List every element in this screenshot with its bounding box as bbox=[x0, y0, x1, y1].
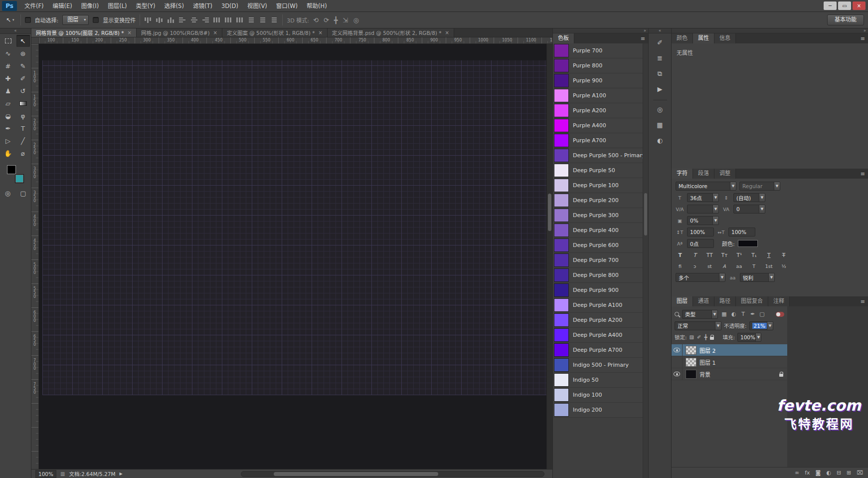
subscript-button[interactable]: T₁ bbox=[751, 251, 758, 259]
tab-swatches[interactable]: 色板 bbox=[553, 33, 574, 43]
language-dropdown[interactable]: 多个▼ bbox=[676, 273, 725, 282]
lasso-tool[interactable]: ∿ bbox=[1, 47, 15, 59]
panel-menu-icon[interactable]: ≡ bbox=[861, 171, 865, 177]
maximize-button[interactable]: ▭ bbox=[838, 1, 851, 10]
3d-drag-icon[interactable]: ╋ bbox=[334, 16, 338, 24]
swatch-color-chip[interactable] bbox=[554, 298, 569, 312]
tab-close-icon[interactable]: × bbox=[213, 30, 217, 35]
visibility-well[interactable] bbox=[672, 344, 683, 356]
visibility-well[interactable] bbox=[672, 368, 683, 380]
delete-layer-button[interactable]: ⌧ bbox=[857, 470, 863, 476]
tab-信息[interactable]: 信息 bbox=[714, 33, 736, 43]
tab-通道[interactable]: 通道 bbox=[693, 296, 714, 306]
quick-selection-tool[interactable]: ⊛ bbox=[16, 47, 30, 59]
zoom-level-field[interactable]: 100% bbox=[35, 470, 56, 478]
swatch-row[interactable]: Purple A100 bbox=[553, 88, 648, 103]
tab-调整[interactable]: 调整 bbox=[714, 169, 736, 179]
adjustments-panel-icon[interactable]: ◐ bbox=[652, 134, 669, 147]
align-left-edges-icon[interactable] bbox=[178, 17, 186, 23]
swatch-row[interactable]: Deep Purple 700 bbox=[553, 253, 648, 268]
new-layer-button[interactable]: ⊞ bbox=[847, 470, 851, 476]
distribute-bottom-edges-icon[interactable] bbox=[236, 17, 244, 23]
workspace-switcher-button[interactable]: 基本功能 bbox=[827, 14, 864, 25]
font-style-dropdown[interactable]: Regular▼ bbox=[739, 182, 780, 191]
menu-item-4[interactable]: 图层(L) bbox=[103, 0, 131, 12]
document-tab-1[interactable]: 网格背景 @ 100%(图层 2, RGB/8) *× bbox=[31, 28, 137, 37]
swatch-row[interactable]: Deep Purple 500 - Primary bbox=[553, 148, 648, 163]
stylistic-alternates-button[interactable]: aa bbox=[735, 262, 742, 270]
swatch-color-chip[interactable] bbox=[554, 194, 569, 207]
swatch-color-chip[interactable] bbox=[554, 358, 569, 372]
tab-close-icon[interactable]: × bbox=[445, 30, 449, 35]
swatch-row[interactable]: Deep Purple 600 bbox=[553, 238, 648, 253]
eraser-tool[interactable]: ▱ bbox=[1, 97, 15, 109]
swatch-row[interactable]: Purple A700 bbox=[553, 133, 648, 148]
tab-颜色[interactable]: 颜色 bbox=[672, 33, 693, 43]
vertical-scale-field[interactable]: 100% bbox=[687, 228, 714, 237]
lock-transparent-pixels-icon[interactable]: ▨ bbox=[690, 334, 694, 340]
swatch-color-chip[interactable] bbox=[554, 253, 569, 267]
add-layer-mask-button[interactable]: ◙ bbox=[816, 470, 821, 476]
tracking-dropdown[interactable]: 0▼ bbox=[733, 205, 765, 214]
horizontal-scale-field[interactable]: 100% bbox=[728, 228, 755, 237]
swatch-row[interactable]: Deep Purple 800 bbox=[553, 268, 648, 283]
faux-italic-button[interactable]: T bbox=[692, 251, 698, 259]
auto-select-dropdown[interactable]: 图层 bbox=[62, 15, 89, 25]
contextual-alternates-button[interactable]: ɔ bbox=[692, 262, 698, 270]
zoom-tool[interactable]: ⌀ bbox=[16, 147, 30, 159]
tab-close-icon[interactable]: × bbox=[128, 30, 132, 35]
text-color-swatch[interactable] bbox=[738, 240, 758, 247]
lock-position-icon[interactable]: ╋ bbox=[704, 334, 707, 340]
screen-mode-button[interactable]: ▢ bbox=[16, 187, 30, 199]
tab-段落[interactable]: 段落 bbox=[693, 169, 714, 179]
new-adjustment-layer-button[interactable]: ◐ bbox=[826, 470, 831, 476]
ligatures-button[interactable]: fi bbox=[677, 262, 684, 270]
swatch-color-chip[interactable] bbox=[554, 313, 569, 327]
swash-button[interactable]: A bbox=[721, 262, 728, 270]
blend-mode-dropdown[interactable]: 正常▼ bbox=[675, 321, 721, 330]
3d-rotate-icon[interactable]: ⟲ bbox=[313, 16, 319, 24]
document-tab-3[interactable]: 定义图案 @ 500%(形状 1, RGB/8) *× bbox=[222, 28, 328, 37]
tab-字符[interactable]: 字符 bbox=[672, 169, 693, 179]
tab-close-icon[interactable]: × bbox=[318, 30, 322, 35]
swatch-color-chip[interactable] bbox=[554, 44, 569, 57]
menu-item-7[interactable]: 滤镜(T) bbox=[188, 0, 217, 12]
document-tab-4[interactable]: 定义网格背景.psd @ 500%(形状 2, RGB/8) *× bbox=[328, 28, 454, 37]
menu-item-5[interactable]: 类型(Y) bbox=[132, 0, 160, 12]
foreground-color-swatch[interactable] bbox=[7, 165, 16, 174]
strikethrough-button[interactable]: T bbox=[780, 251, 787, 259]
vertical-scrollbar[interactable] bbox=[546, 44, 552, 469]
swatch-row[interactable]: Purple 900 bbox=[553, 73, 648, 88]
strip-expand-handle[interactable]: « bbox=[649, 28, 671, 33]
swatch-color-chip[interactable] bbox=[554, 119, 569, 132]
swatch-color-chip[interactable] bbox=[554, 134, 569, 147]
filter-shape-layers-icon[interactable]: ✒ bbox=[749, 311, 756, 317]
layer-row[interactable]: 背景 bbox=[672, 368, 787, 380]
swatch-color-chip[interactable] bbox=[554, 74, 569, 87]
horizontal-scrollbar[interactable] bbox=[241, 471, 544, 477]
leading-dropdown[interactable]: (自动)▼ bbox=[733, 193, 765, 202]
horizontal-ruler[interactable]: 1001502002503003504004505005506006507007… bbox=[39, 37, 552, 44]
close-button[interactable]: × bbox=[853, 1, 866, 10]
lock-image-pixels-icon[interactable]: ✐ bbox=[697, 334, 701, 340]
eyedropper-tool[interactable]: ✎ bbox=[16, 60, 30, 72]
brush-tool[interactable]: ✐ bbox=[16, 72, 30, 84]
swatch-row[interactable]: Deep Purple 300 bbox=[553, 208, 648, 223]
new-group-button[interactable]: ⊟ bbox=[837, 470, 841, 476]
panel-menu-icon[interactable]: ≡ bbox=[861, 35, 865, 42]
show-transform-checkbox[interactable] bbox=[93, 17, 99, 23]
vertical-ruler[interactable]: 1001502002503003504004505005506006507007… bbox=[31, 44, 39, 469]
swatch-color-chip[interactable] bbox=[554, 268, 569, 282]
swatch-color-chip[interactable] bbox=[554, 388, 569, 402]
path-selection-tool[interactable]: ▷ bbox=[1, 135, 15, 147]
layer-thumbnail[interactable] bbox=[686, 346, 696, 355]
tab-注释[interactable]: 注释 bbox=[768, 296, 790, 306]
swatch-color-chip[interactable] bbox=[554, 239, 569, 252]
faux-bold-button[interactable]: T bbox=[677, 251, 684, 259]
rectangular-marquee-tool[interactable] bbox=[1, 35, 15, 47]
swatch-row[interactable]: Deep Purple A700 bbox=[553, 343, 648, 358]
filter-type-layers-icon[interactable]: T bbox=[739, 311, 747, 317]
right-dock-handle[interactable]: » bbox=[672, 28, 868, 33]
tab-路径[interactable]: 路径 bbox=[714, 296, 736, 306]
font-size-dropdown[interactable]: 36点▼ bbox=[687, 193, 719, 202]
